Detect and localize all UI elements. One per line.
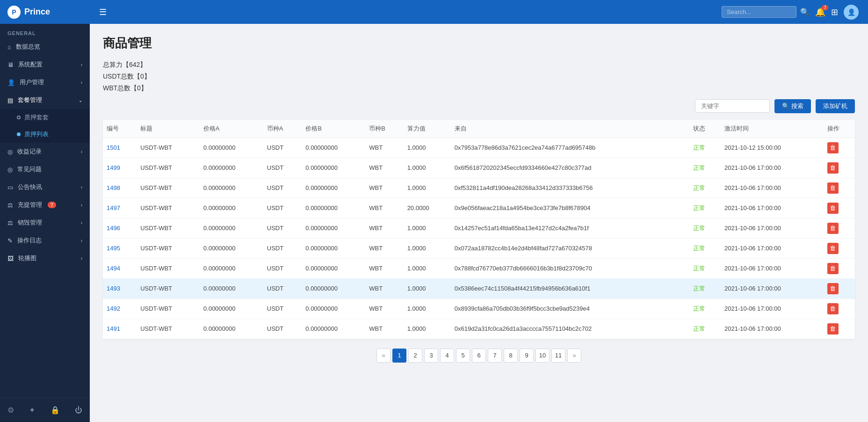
col-coinA: 币种A (263, 120, 302, 138)
cell-title: USDT-WBT (137, 258, 200, 278)
power-icon[interactable]: ⏻ (71, 404, 86, 416)
cell-action: 🗑 (824, 298, 855, 319)
cell-priceA: 0.00000000 (200, 218, 263, 238)
cell-hashrate: 1.0000 (404, 319, 451, 339)
cell-id: 1497 (103, 198, 137, 218)
cell-coinA: USDT (263, 258, 302, 278)
sidebar-sub-item-pledge-list[interactable]: 质押列表 (0, 126, 90, 143)
page-btn-10[interactable]: 10 (535, 349, 550, 363)
stat-wbt: WBT总数【0】 (103, 82, 855, 94)
search-icon[interactable]: 🔍 (800, 7, 810, 16)
cell-coinB: WBT (365, 258, 403, 278)
sidebar-item-logs[interactable]: ✎ 操作日志 › (0, 232, 90, 249)
cell-priceB: 0.00000000 (302, 319, 365, 339)
chevron-icon: › (81, 62, 82, 67)
page-btn-11[interactable]: 11 (551, 349, 565, 363)
sidebar-item-recharge[interactable]: ⚖ 充提管理 7 › (0, 196, 90, 214)
cell-status: 正常 (689, 178, 721, 198)
sidebar-item-label: 常见问题 (17, 165, 42, 174)
pagination-prev[interactable]: « (376, 349, 391, 363)
page-btn-6[interactable]: 6 (472, 349, 486, 363)
cell-status: 正常 (689, 298, 721, 319)
sidebar-item-system[interactable]: 🖥 系统配置 › (0, 56, 90, 73)
delete-button[interactable]: 🗑 (827, 142, 839, 153)
page-btn-2[interactable]: 2 (408, 349, 422, 363)
page-btn-7[interactable]: 7 (488, 349, 502, 363)
cell-coinA: USDT (263, 238, 302, 258)
delete-button[interactable]: 🗑 (827, 223, 839, 234)
cell-coinA: USDT (263, 218, 302, 238)
pagination: «1234567891011» (103, 339, 855, 367)
cell-coinA: USDT (263, 178, 302, 198)
cell-coinB: WBT (365, 198, 403, 218)
delete-button[interactable]: 🗑 (827, 263, 839, 274)
cell-coinA: USDT (263, 298, 302, 319)
sidebar-item-dashboard[interactable]: ⌂ 数据总览 (0, 38, 90, 56)
sidebar-sub-item-pledge-package[interactable]: 质押套套 (0, 109, 90, 126)
pagination-next[interactable]: » (567, 349, 581, 363)
cell-coinB: WBT (365, 319, 403, 339)
sidebar-item-label: 系统配置 (18, 60, 43, 69)
menu-icon[interactable]: ☰ (99, 7, 107, 17)
sidebar-item-announcement[interactable]: ▭ 公告快讯 › (0, 178, 90, 196)
page-btn-9[interactable]: 9 (520, 349, 534, 363)
delete-button[interactable]: 🗑 (827, 323, 839, 335)
notification-icon[interactable]: 🔔 7 (815, 7, 825, 17)
cell-priceB: 0.00000000 (302, 238, 365, 258)
delete-button[interactable]: 🗑 (827, 162, 839, 174)
delete-button[interactable]: 🗑 (827, 203, 839, 214)
cell-title: USDT-WBT (137, 158, 200, 178)
delete-button[interactable]: 🗑 (827, 182, 839, 194)
sidebar-item-label: 充提管理 (18, 201, 42, 209)
sidebar-logo[interactable]: P Prince (0, 0, 90, 24)
cell-from: 0x14257ec51af14fda65ba13e4127d2c4a2fea7b… (451, 218, 689, 238)
file-icon: ▭ (7, 184, 13, 191)
delete-button[interactable]: 🗑 (827, 303, 839, 314)
page-btn-1[interactable]: 1 (392, 349, 406, 363)
topbar-search-input[interactable] (722, 6, 796, 18)
cell-id: 1499 (103, 158, 137, 178)
cell-priceB: 0.00000000 (302, 178, 365, 198)
cell-status: 正常 (689, 319, 721, 339)
sidebar-item-packages[interactable]: ▤ 套餐管理 ⌄ (0, 91, 90, 109)
table-row: 1499 USDT-WBT 0.00000000 USDT 0.00000000… (103, 158, 855, 178)
sidebar-item-faq[interactable]: ◎ 常见问题 (0, 160, 90, 178)
page-btn-8[interactable]: 8 (504, 349, 518, 363)
keyword-search-input[interactable] (695, 99, 770, 113)
chevron-icon: › (81, 149, 82, 154)
cell-title: USDT-WBT (137, 198, 200, 218)
sidebar-bottom: ⚙ ✦ 🔒 ⏻ (0, 398, 90, 422)
add-miner-button[interactable]: 添加矿机 (816, 99, 855, 113)
nodes-icon[interactable]: ✦ (25, 404, 39, 416)
sidebar-item-carousel[interactable]: 🖼 轮播图 › (0, 249, 90, 267)
cell-priceB: 0.00000000 (302, 138, 365, 158)
lock-icon[interactable]: 🔒 (47, 404, 64, 416)
cell-priceB: 0.00000000 (302, 278, 365, 298)
col-hashrate: 算力值 (404, 120, 451, 138)
sidebar-item-users[interactable]: 👤 用户管理 › (0, 73, 90, 91)
settings-icon[interactable]: ⚙ (4, 404, 18, 416)
grid-icon[interactable]: ⊞ (831, 7, 838, 17)
search-button[interactable]: 🔍 搜索 (774, 99, 811, 113)
cell-priceA: 0.00000000 (200, 298, 263, 319)
cell-action: 🗑 (824, 319, 855, 339)
table-row: 1491 USDT-WBT 0.00000000 USDT 0.00000000… (103, 319, 855, 339)
col-time: 激活时间 (721, 120, 824, 138)
cell-priceA: 0.00000000 (200, 158, 263, 178)
edit-icon: ✎ (7, 237, 13, 244)
page-btn-3[interactable]: 3 (424, 349, 438, 363)
delete-button[interactable]: 🗑 (827, 243, 839, 254)
cell-coinA: USDT (263, 158, 302, 178)
delete-button[interactable]: 🗑 (827, 283, 839, 294)
user-avatar[interactable]: 👤 (844, 5, 859, 20)
cell-priceA: 0.00000000 (200, 198, 263, 218)
cell-coinB: WBT (365, 138, 403, 158)
table-row: 1497 USDT-WBT 0.00000000 USDT 0.00000000… (103, 198, 855, 218)
cell-time: 2021-10-06 17:00:00 (721, 178, 824, 198)
table-row: 1492 USDT-WBT 0.00000000 USDT 0.00000000… (103, 298, 855, 319)
sidebar-item-sales[interactable]: ⚖ 销毁管理 › (0, 214, 90, 232)
app-name: Prince (24, 7, 50, 17)
page-btn-4[interactable]: 4 (440, 349, 454, 363)
page-btn-5[interactable]: 5 (456, 349, 470, 363)
sidebar-item-earnings[interactable]: ◎ 收益记录 › (0, 143, 90, 160)
